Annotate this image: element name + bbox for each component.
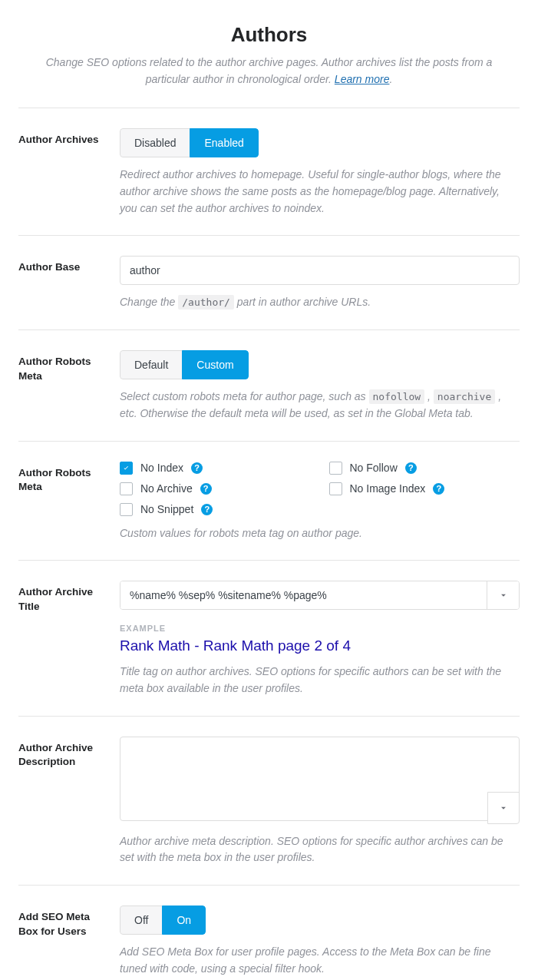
seo-box-label: Add SEO Meta Box for Users [18,906,109,939]
help-icon[interactable]: ? [200,483,212,495]
robots-checkbox-item[interactable]: No Snippet? [120,503,311,516]
robots-default-button[interactable]: Default [120,350,183,379]
archive-desc-textarea[interactable] [120,737,520,821]
author-robots-mode-label: Author Robots Meta [18,350,109,384]
author-archives-label: Author Archives [18,128,109,147]
page-description: Change SEO options related to the author… [26,55,512,88]
archive-desc-dropdown-button[interactable] [487,792,520,824]
author-base-input[interactable] [120,256,520,285]
author-archives-toggle: Disabled Enabled [120,128,259,157]
archive-title-input[interactable] [120,581,487,609]
robots-checkbox-item[interactable]: No Index? [120,462,311,475]
chevron-down-icon [498,803,509,813]
archive-desc-help: Author archive meta description. SEO opt… [120,833,520,866]
author-archives-enabled-button[interactable]: Enabled [190,128,258,157]
help-icon[interactable]: ? [201,504,213,515]
help-icon[interactable]: ? [191,462,203,474]
author-robots-meta-label: Author Robots Meta [18,462,109,495]
archive-title-help: Title tag on author archives. SEO option… [120,664,520,697]
seo-box-off-button[interactable]: Off [120,906,163,935]
author-archive-title-label: Author Archive Title [18,581,109,614]
checkbox-icon[interactable] [329,482,342,495]
checkbox-icon[interactable] [120,482,133,495]
robots-checkbox-item[interactable]: No Archive? [120,482,311,495]
robots-checkbox-label: No Archive [140,482,193,495]
robots-checkbox-label: No Snippet [140,503,193,515]
learn-more-link[interactable]: Learn more [335,73,390,85]
check-icon [122,464,130,472]
robots-checkbox-label: No Index [140,462,183,474]
author-robots-mode-help: Select custom robots meta for author pag… [120,389,520,422]
checkbox-icon[interactable] [329,462,342,475]
author-archives-disabled-button[interactable]: Disabled [120,128,190,157]
robots-custom-button[interactable]: Custom [182,350,248,379]
seo-box-toggle: Off On [120,906,206,935]
page-title: Authors [18,23,520,47]
author-archives-help: Redirect author archives to homepage. Us… [120,167,520,217]
archive-title-dropdown-button[interactable] [487,581,519,609]
seo-box-on-button[interactable]: On [162,906,206,935]
author-robots-mode-toggle: Default Custom [120,350,249,379]
checkbox-checked-icon[interactable] [120,462,133,475]
robots-checkbox-item[interactable]: No Follow? [329,462,520,475]
help-icon[interactable]: ? [433,483,444,495]
robots-checkbox-item[interactable]: No Image Index? [329,482,520,495]
archive-title-combo [120,581,520,610]
robots-checkbox-label: No Follow [350,462,398,474]
help-icon[interactable]: ? [405,462,417,474]
seo-box-help: Add SEO Meta Box for user profile pages.… [120,944,520,977]
author-base-help: Change the /author/ part in author archi… [120,294,520,311]
author-robots-meta-help: Custom values for robots meta tag on aut… [120,525,520,542]
robots-meta-grid: No Index?No Follow?No Archive?No Image I… [120,462,520,516]
checkbox-icon[interactable] [120,503,133,516]
author-base-label: Author Base [18,256,109,275]
author-archive-desc-label: Author Archive Description [18,737,109,770]
chevron-down-icon [498,590,509,601]
example-preview: Rank Math - Rank Math page 2 of 4 [120,637,520,654]
robots-checkbox-label: No Image Index [350,482,426,495]
example-label: EXAMPLE [120,624,520,633]
